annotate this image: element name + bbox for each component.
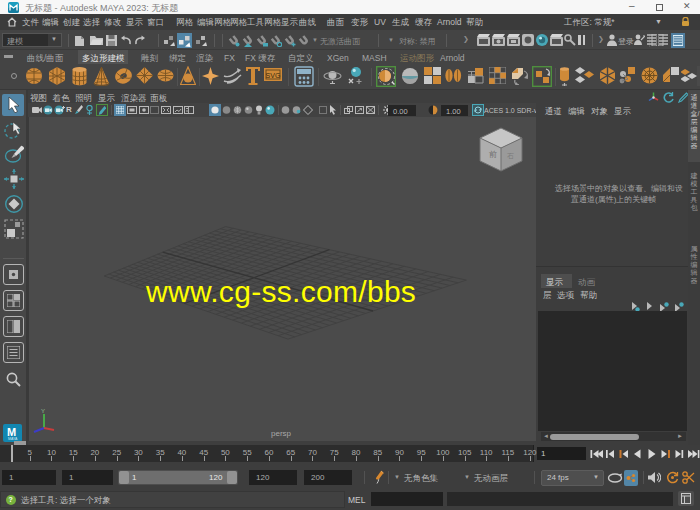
svg-text:SVG: SVG xyxy=(266,72,281,79)
svg-text:Y: Y xyxy=(41,408,45,414)
svg-text:前: 前 xyxy=(489,150,497,159)
svg-text:右: 右 xyxy=(507,152,514,160)
